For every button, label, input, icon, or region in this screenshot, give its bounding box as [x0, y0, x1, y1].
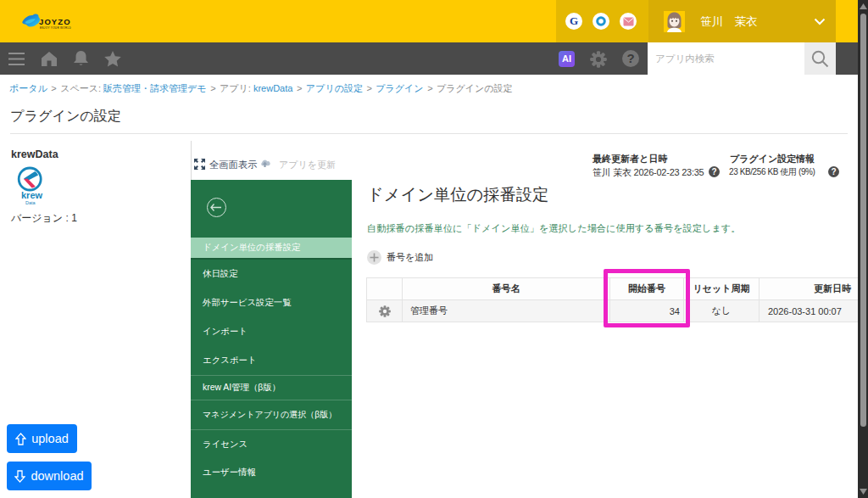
svg-text:ENJOY YOUR WORLD: ENJOY YOUR WORLD [40, 26, 71, 30]
svg-text:krew: krew [21, 190, 43, 200]
svg-text:Data: Data [25, 200, 36, 205]
svg-text:JOYZO: JOYZO [39, 17, 71, 26]
